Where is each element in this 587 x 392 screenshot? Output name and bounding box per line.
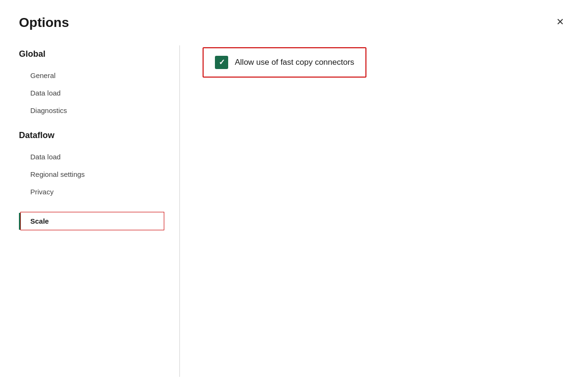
content-area: ✓ Allow use of fast copy connectors: [180, 45, 568, 377]
close-button[interactable]: ✕: [552, 15, 568, 28]
checkmark-symbol: ✓: [219, 59, 225, 66]
checkbox-checked-icon: ✓: [215, 56, 228, 69]
sidebar-item-regional-settings[interactable]: Regional settings: [19, 166, 164, 183]
sidebar-item-privacy[interactable]: Privacy: [19, 183, 164, 200]
dialog-title: Options: [19, 15, 69, 30]
fast-copy-option-box[interactable]: ✓ Allow use of fast copy connectors: [203, 47, 366, 78]
global-section-title: Global: [19, 49, 164, 59]
global-section: Global General Data load Diagnostics: [19, 49, 164, 119]
fast-copy-option-label: Allow use of fast copy connectors: [235, 58, 354, 67]
sidebar-item-scale[interactable]: Scale: [20, 212, 164, 230]
dialog-header: Options ✕: [19, 15, 568, 30]
sidebar-item-general[interactable]: General: [19, 67, 164, 84]
sidebar-item-dataflow-dataload[interactable]: Data load: [19, 148, 164, 166]
options-dialog: Options ✕ Global General Data load Diagn…: [0, 0, 587, 392]
dialog-body: Global General Data load Diagnostics Dat…: [19, 45, 568, 377]
dataflow-section-title: Dataflow: [19, 131, 164, 140]
sidebar-item-global-dataload[interactable]: Data load: [19, 84, 164, 102]
sidebar-item-diagnostics[interactable]: Diagnostics: [19, 102, 164, 119]
sidebar: Global General Data load Diagnostics Dat…: [19, 45, 180, 377]
dataflow-section: Dataflow Data load Regional settings Pri…: [19, 131, 164, 200]
active-item-wrapper: Scale: [19, 212, 164, 230]
